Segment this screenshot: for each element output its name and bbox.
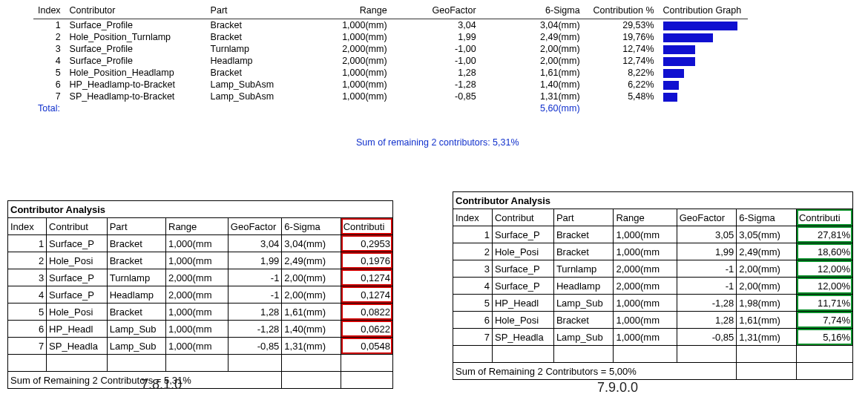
cell-index: 1 xyxy=(33,19,65,32)
cell-bar xyxy=(659,31,748,43)
cell-range: 2,000(mm xyxy=(614,260,677,278)
total-label: Total: xyxy=(33,102,206,114)
excel-right-footer: Sum of Remaining 2 Contributors = 5,00% xyxy=(453,363,853,380)
cell-6sigma: 1,98(mm) xyxy=(737,295,797,312)
excel-title-right: Contributor Analysis xyxy=(453,192,853,209)
cell-6sigma: 2,49(mm) xyxy=(481,31,585,43)
h-contrib: Contribut xyxy=(47,218,108,235)
top-table: Index Contributor Part Range GeoFactor 6… xyxy=(33,4,748,114)
table-row: 6HP_Headlamp-to-BracketLamp_SubAsm1,000(… xyxy=(33,79,748,91)
cell-6sigma: 2,00(mm) xyxy=(481,55,585,67)
h-index: Index xyxy=(453,209,493,226)
h-part: Part xyxy=(553,209,614,226)
cell-geo: 1,28 xyxy=(392,67,481,79)
bar-icon xyxy=(663,69,684,78)
h-geo: GeoFactor xyxy=(228,218,282,235)
cell-range: 1,000(mm xyxy=(614,295,677,312)
h-index: Index xyxy=(8,218,47,235)
cell-pct: 29,53% xyxy=(585,19,659,32)
cell-geo: -1,00 xyxy=(392,43,481,55)
table-row: 1Surface_PBracket1,000(mm3,043,04(mm)0,2… xyxy=(8,235,393,252)
cell-pct: 12,00% xyxy=(796,278,852,295)
cell-pct: 5,16% xyxy=(796,329,852,346)
cell-index: 2 xyxy=(33,31,65,43)
cell-contrib: Surface_P xyxy=(492,260,553,278)
cell-index: 7 xyxy=(453,329,493,346)
cell-part: Bracket xyxy=(107,252,165,269)
cell-range: 1,000(mm xyxy=(166,235,228,252)
bar-icon xyxy=(663,45,695,54)
excel-title-left: Contributor Analysis xyxy=(8,201,393,218)
cell-contributor: SP_Headlamp-to-Bracket xyxy=(65,91,206,102)
cell-index: 4 xyxy=(33,55,65,67)
table-row: 3Surface_PTurnlamp2,000(mm-12,00(mm)0,12… xyxy=(8,269,393,286)
cell-geo: -1,00 xyxy=(392,55,481,67)
excel-right: Contributor Analysis Index Contribut Par… xyxy=(453,191,853,380)
cell-range: 2,000(mm) xyxy=(288,43,392,55)
table-row: 4Surface_PHeadlamp2,000(mm-12,00(mm)12,0… xyxy=(453,278,853,295)
cell-bar xyxy=(659,91,748,102)
h-range: Range xyxy=(166,218,228,235)
cell-bar xyxy=(659,55,748,67)
cell-index: 3 xyxy=(453,260,493,278)
version-right: 7.9.0.0 xyxy=(597,380,638,396)
cell-index: 3 xyxy=(33,43,65,55)
table-row: 7SP_HeadlaLamp_Sub1,000(mm-0,851,31(mm)5… xyxy=(453,329,853,346)
excel-right-header-row: Index Contribut Part Range GeoFactor 6-S… xyxy=(453,209,853,226)
cell-contributor: Hole_Position_Headlamp xyxy=(65,67,206,79)
cell-6sigma: 1,31(mm) xyxy=(737,329,797,346)
cell-part: Headlamp xyxy=(107,286,165,303)
cell-range: 2,000(mm xyxy=(614,278,677,295)
cell-index: 7 xyxy=(8,338,47,355)
h-part: Part xyxy=(107,218,165,235)
cell-range: 1,000(mm xyxy=(166,303,228,321)
cell-pct: 0,0822 xyxy=(341,303,392,321)
cell-geo: 1,99 xyxy=(392,31,481,43)
cell-contrib: Surface_P xyxy=(492,278,553,295)
cell-6sigma: 2,00(mm) xyxy=(282,286,341,303)
cell-pct: 0,1274 xyxy=(341,286,392,303)
cell-6sigma: 2,00(mm) xyxy=(737,260,797,278)
table-row: 7SP_Headlamp-to-BracketLamp_SubAsm1,000(… xyxy=(33,91,748,102)
cell-part: Bracket xyxy=(553,243,614,260)
cell-index: 5 xyxy=(8,303,47,321)
cell-6sigma: 1,61(mm) xyxy=(737,312,797,329)
empty-row xyxy=(8,355,393,372)
cell-pct: 0,0548 xyxy=(341,338,392,355)
cell-range: 1,000(mm xyxy=(166,252,228,269)
bar-icon xyxy=(663,33,713,42)
cell-6sigma: 3,04(mm) xyxy=(481,19,585,32)
sum-remaining-line: Sum of remaining 2 contributors: 5,31% xyxy=(356,137,519,148)
table-row: 6Hole_PosiBracket1,000(mm1,281,61(mm)7,7… xyxy=(453,312,853,329)
col-contributor: Contributor xyxy=(65,4,206,19)
empty-row xyxy=(453,346,853,363)
cell-6sigma: 2,00(mm) xyxy=(282,269,341,286)
cell-part: Bracket xyxy=(206,19,288,32)
cell-pct: 12,74% xyxy=(585,43,659,55)
cell-range: 2,000(mm xyxy=(166,286,228,303)
h-range: Range xyxy=(614,209,677,226)
excel-left-footer: Sum of Remaining 2 Contributors = 5,31% xyxy=(8,372,393,389)
cell-6sigma: 2,49(mm) xyxy=(282,252,341,269)
cell-geo: 3,04 xyxy=(392,19,481,32)
h-6sigma: 6-Sigma xyxy=(737,209,797,226)
table-row: 5Hole_Position_HeadlampBracket1,000(mm)1… xyxy=(33,67,748,79)
cell-pct: 6,22% xyxy=(585,79,659,91)
cell-contrib: Hole_Posi xyxy=(492,312,553,329)
cell-range: 1,000(mm xyxy=(166,321,228,338)
col-part: Part xyxy=(206,4,288,19)
cell-pct: 18,60% xyxy=(796,243,852,260)
table-row: 5Hole_PosiBracket1,000(mm1,281,61(mm)0,0… xyxy=(8,303,393,321)
cell-geo: -0,85 xyxy=(392,91,481,102)
cell-part: Bracket xyxy=(107,235,165,252)
cell-part: Lamp_Sub xyxy=(553,295,614,312)
cell-pct: 0,2953 xyxy=(341,235,392,252)
excel-left: Contributor Analysis Index Contribut Par… xyxy=(7,200,393,389)
cell-part: Bracket xyxy=(206,67,288,79)
cell-index: 5 xyxy=(453,295,493,312)
cell-pct: 7,74% xyxy=(796,312,852,329)
cell-geo: 1,99 xyxy=(677,243,737,260)
cell-6sigma: 2,00(mm) xyxy=(737,278,797,295)
cell-contributor: Surface_Profile xyxy=(65,43,206,55)
cell-index: 4 xyxy=(8,286,47,303)
